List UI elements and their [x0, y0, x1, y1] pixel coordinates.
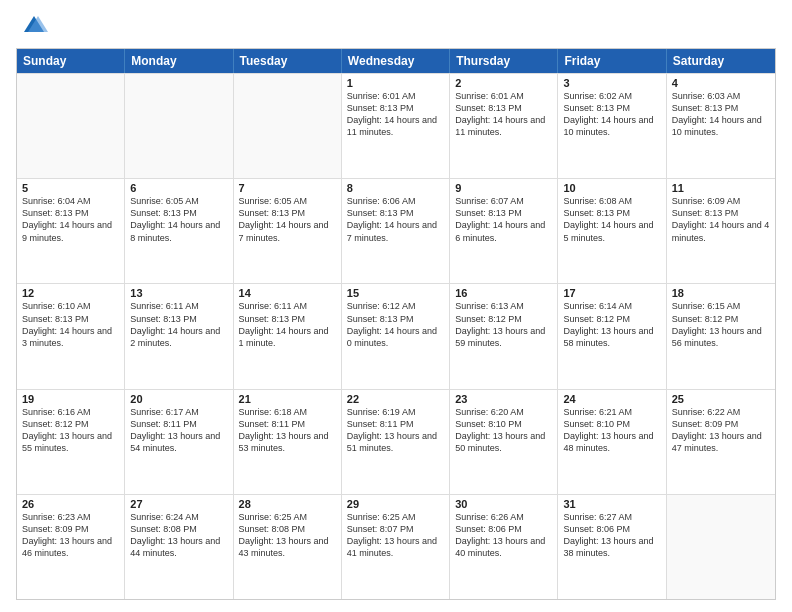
day-number: 28 [239, 498, 336, 510]
cell-text: Sunrise: 6:05 AM Sunset: 8:13 PM Dayligh… [239, 195, 336, 244]
day-number: 16 [455, 287, 552, 299]
cell-text: Sunrise: 6:10 AM Sunset: 8:13 PM Dayligh… [22, 300, 119, 349]
day-number: 25 [672, 393, 770, 405]
day-number: 3 [563, 77, 660, 89]
cal-cell [125, 74, 233, 178]
day-number: 6 [130, 182, 227, 194]
cal-cell: 15Sunrise: 6:12 AM Sunset: 8:13 PM Dayli… [342, 284, 450, 388]
cal-cell: 29Sunrise: 6:25 AM Sunset: 8:07 PM Dayli… [342, 495, 450, 599]
day-number: 29 [347, 498, 444, 510]
day-number: 5 [22, 182, 119, 194]
cell-text: Sunrise: 6:26 AM Sunset: 8:06 PM Dayligh… [455, 511, 552, 560]
day-number: 10 [563, 182, 660, 194]
cell-text: Sunrise: 6:19 AM Sunset: 8:11 PM Dayligh… [347, 406, 444, 455]
day-number: 27 [130, 498, 227, 510]
day-number: 11 [672, 182, 770, 194]
cell-text: Sunrise: 6:12 AM Sunset: 8:13 PM Dayligh… [347, 300, 444, 349]
cell-text: Sunrise: 6:23 AM Sunset: 8:09 PM Dayligh… [22, 511, 119, 560]
cell-text: Sunrise: 6:25 AM Sunset: 8:08 PM Dayligh… [239, 511, 336, 560]
cal-cell: 31Sunrise: 6:27 AM Sunset: 8:06 PM Dayli… [558, 495, 666, 599]
cal-cell: 11Sunrise: 6:09 AM Sunset: 8:13 PM Dayli… [667, 179, 775, 283]
cal-cell: 13Sunrise: 6:11 AM Sunset: 8:13 PM Dayli… [125, 284, 233, 388]
day-number: 19 [22, 393, 119, 405]
cell-text: Sunrise: 6:22 AM Sunset: 8:09 PM Dayligh… [672, 406, 770, 455]
cell-text: Sunrise: 6:13 AM Sunset: 8:12 PM Dayligh… [455, 300, 552, 349]
cal-cell: 30Sunrise: 6:26 AM Sunset: 8:06 PM Dayli… [450, 495, 558, 599]
cell-text: Sunrise: 6:14 AM Sunset: 8:12 PM Dayligh… [563, 300, 660, 349]
cell-text: Sunrise: 6:24 AM Sunset: 8:08 PM Dayligh… [130, 511, 227, 560]
day-number: 26 [22, 498, 119, 510]
cal-header-day: Monday [125, 49, 233, 73]
cal-header-day: Wednesday [342, 49, 450, 73]
cal-cell: 25Sunrise: 6:22 AM Sunset: 8:09 PM Dayli… [667, 390, 775, 494]
cal-cell: 20Sunrise: 6:17 AM Sunset: 8:11 PM Dayli… [125, 390, 233, 494]
cal-cell: 1Sunrise: 6:01 AM Sunset: 8:13 PM Daylig… [342, 74, 450, 178]
day-number: 13 [130, 287, 227, 299]
cell-text: Sunrise: 6:18 AM Sunset: 8:11 PM Dayligh… [239, 406, 336, 455]
day-number: 17 [563, 287, 660, 299]
cal-row: 12Sunrise: 6:10 AM Sunset: 8:13 PM Dayli… [17, 283, 775, 388]
day-number: 20 [130, 393, 227, 405]
day-number: 7 [239, 182, 336, 194]
cal-cell: 6Sunrise: 6:05 AM Sunset: 8:13 PM Daylig… [125, 179, 233, 283]
logo [16, 12, 48, 40]
cell-text: Sunrise: 6:20 AM Sunset: 8:10 PM Dayligh… [455, 406, 552, 455]
cell-text: Sunrise: 6:11 AM Sunset: 8:13 PM Dayligh… [239, 300, 336, 349]
cal-cell: 18Sunrise: 6:15 AM Sunset: 8:12 PM Dayli… [667, 284, 775, 388]
day-number: 31 [563, 498, 660, 510]
cal-cell: 21Sunrise: 6:18 AM Sunset: 8:11 PM Dayli… [234, 390, 342, 494]
day-number: 1 [347, 77, 444, 89]
cal-cell: 12Sunrise: 6:10 AM Sunset: 8:13 PM Dayli… [17, 284, 125, 388]
cal-header-day: Friday [558, 49, 666, 73]
day-number: 8 [347, 182, 444, 194]
day-number: 12 [22, 287, 119, 299]
cal-cell: 28Sunrise: 6:25 AM Sunset: 8:08 PM Dayli… [234, 495, 342, 599]
cal-row: 26Sunrise: 6:23 AM Sunset: 8:09 PM Dayli… [17, 494, 775, 599]
day-number: 4 [672, 77, 770, 89]
day-number: 15 [347, 287, 444, 299]
cell-text: Sunrise: 6:08 AM Sunset: 8:13 PM Dayligh… [563, 195, 660, 244]
cell-text: Sunrise: 6:27 AM Sunset: 8:06 PM Dayligh… [563, 511, 660, 560]
cal-cell: 14Sunrise: 6:11 AM Sunset: 8:13 PM Dayli… [234, 284, 342, 388]
cell-text: Sunrise: 6:25 AM Sunset: 8:07 PM Dayligh… [347, 511, 444, 560]
day-number: 30 [455, 498, 552, 510]
day-number: 18 [672, 287, 770, 299]
page: SundayMondayTuesdayWednesdayThursdayFrid… [0, 0, 792, 612]
cell-text: Sunrise: 6:01 AM Sunset: 8:13 PM Dayligh… [455, 90, 552, 139]
cal-cell: 8Sunrise: 6:06 AM Sunset: 8:13 PM Daylig… [342, 179, 450, 283]
calendar-header: SundayMondayTuesdayWednesdayThursdayFrid… [17, 49, 775, 73]
header [16, 12, 776, 40]
cal-cell [234, 74, 342, 178]
cal-cell: 9Sunrise: 6:07 AM Sunset: 8:13 PM Daylig… [450, 179, 558, 283]
day-number: 24 [563, 393, 660, 405]
cal-cell [17, 74, 125, 178]
cell-text: Sunrise: 6:01 AM Sunset: 8:13 PM Dayligh… [347, 90, 444, 139]
cal-cell: 2Sunrise: 6:01 AM Sunset: 8:13 PM Daylig… [450, 74, 558, 178]
day-number: 21 [239, 393, 336, 405]
cal-header-day: Saturday [667, 49, 775, 73]
cell-text: Sunrise: 6:21 AM Sunset: 8:10 PM Dayligh… [563, 406, 660, 455]
cal-cell: 5Sunrise: 6:04 AM Sunset: 8:13 PM Daylig… [17, 179, 125, 283]
cal-cell [667, 495, 775, 599]
cal-cell: 24Sunrise: 6:21 AM Sunset: 8:10 PM Dayli… [558, 390, 666, 494]
cell-text: Sunrise: 6:06 AM Sunset: 8:13 PM Dayligh… [347, 195, 444, 244]
cal-row: 19Sunrise: 6:16 AM Sunset: 8:12 PM Dayli… [17, 389, 775, 494]
cal-cell: 27Sunrise: 6:24 AM Sunset: 8:08 PM Dayli… [125, 495, 233, 599]
cell-text: Sunrise: 6:17 AM Sunset: 8:11 PM Dayligh… [130, 406, 227, 455]
cell-text: Sunrise: 6:15 AM Sunset: 8:12 PM Dayligh… [672, 300, 770, 349]
cell-text: Sunrise: 6:09 AM Sunset: 8:13 PM Dayligh… [672, 195, 770, 244]
cal-cell: 10Sunrise: 6:08 AM Sunset: 8:13 PM Dayli… [558, 179, 666, 283]
cal-cell: 22Sunrise: 6:19 AM Sunset: 8:11 PM Dayli… [342, 390, 450, 494]
cal-cell: 17Sunrise: 6:14 AM Sunset: 8:12 PM Dayli… [558, 284, 666, 388]
day-number: 9 [455, 182, 552, 194]
cal-cell: 16Sunrise: 6:13 AM Sunset: 8:12 PM Dayli… [450, 284, 558, 388]
cell-text: Sunrise: 6:07 AM Sunset: 8:13 PM Dayligh… [455, 195, 552, 244]
cal-row: 5Sunrise: 6:04 AM Sunset: 8:13 PM Daylig… [17, 178, 775, 283]
day-number: 2 [455, 77, 552, 89]
cal-cell: 23Sunrise: 6:20 AM Sunset: 8:10 PM Dayli… [450, 390, 558, 494]
calendar-body: 1Sunrise: 6:01 AM Sunset: 8:13 PM Daylig… [17, 73, 775, 599]
day-number: 14 [239, 287, 336, 299]
cal-row: 1Sunrise: 6:01 AM Sunset: 8:13 PM Daylig… [17, 73, 775, 178]
cal-header-day: Tuesday [234, 49, 342, 73]
cal-cell: 7Sunrise: 6:05 AM Sunset: 8:13 PM Daylig… [234, 179, 342, 283]
